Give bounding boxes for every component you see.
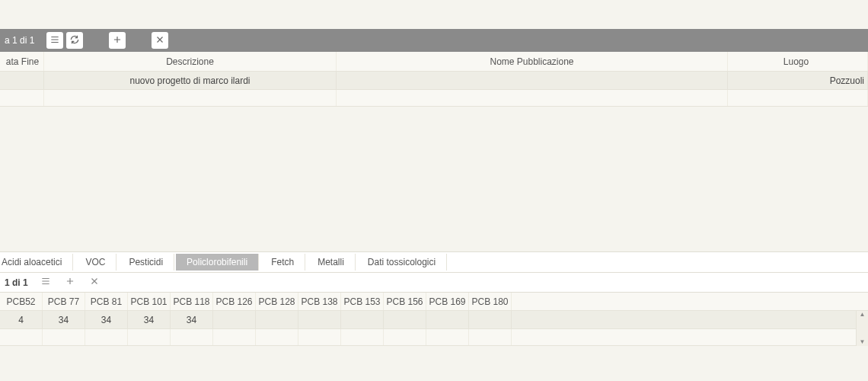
header-pcb81[interactable]: PCB 81 [85,293,128,310]
bottom-blank-area [0,346,868,376]
excel-icon [155,34,165,47]
tabs-bar: Acidi aloacetici VOC Pesticidi Policloro… [0,251,868,273]
header-pcb128[interactable]: PCB 128 [256,293,298,310]
cell-pcb169 [426,311,469,328]
cell-luogo: Pozzuoli [728,72,868,89]
cell-pcb138 [298,311,341,328]
lower-table-header: PCB52 PCB 77 PCB 81 PCB 101 PCB 118 PCB … [0,293,868,311]
header-pcb180[interactable]: PCB 180 [469,293,512,310]
header-pcb118[interactable]: PCB 118 [171,293,213,310]
tab-pesticidi[interactable]: Pesticidi [118,254,174,271]
list-icon [49,34,60,47]
header-pcb101[interactable]: PCB 101 [128,293,171,310]
header-nome-pubblicazione[interactable]: Nome Pubblicazione [337,52,728,71]
tab-dati-tossicologici[interactable]: Dati tossicologici [357,254,447,271]
lower-table-blank-row [0,329,868,346]
header-pcb77[interactable]: PCB 77 [43,293,85,310]
cell-pcb156 [384,311,426,328]
cell-pcb153 [341,311,384,328]
cell-pcb128 [256,311,298,328]
tab-metalli[interactable]: Metalli [307,254,356,271]
header-descrizione[interactable]: Descrizione [44,52,337,71]
add-button[interactable] [109,32,126,49]
upper-table-blank-row [0,90,868,107]
tab-voc[interactable]: VOC [75,254,116,271]
header-pcb52[interactable]: PCB52 [0,293,43,310]
plus-icon [65,276,75,289]
lower-table-scrollbar[interactable]: ▲ ▼ [856,311,868,346]
header-data-fine[interactable]: ata Fine [0,52,44,71]
cell-pcb180 [469,311,512,328]
scroll-down-icon[interactable]: ▼ [860,338,866,346]
upper-toolbar: a 1 di 1 [0,29,868,52]
header-pcb156[interactable]: PCB 156 [384,293,426,310]
lower-table: PCB52 PCB 77 PCB 81 PCB 101 PCB 118 PCB … [0,293,868,346]
cell-pcb126 [213,311,256,328]
header-luogo[interactable]: Luogo [728,52,868,71]
lower-export-excel-button[interactable] [88,276,101,290]
header-pcb138[interactable]: PCB 138 [298,293,341,310]
lower-table-row[interactable]: 4 34 34 34 34 [0,311,868,329]
upper-table-row[interactable]: nuovo progetto di marco ilardi Pozzuoli [0,72,868,90]
scroll-up-icon[interactable]: ▲ [860,311,866,319]
lower-pager-text: 1 di 1 [5,277,28,288]
upper-pager-text: a 1 di 1 [5,35,34,46]
plus-icon [112,34,123,47]
header-pcb126[interactable]: PCB 126 [213,293,256,310]
cell-pcb101: 34 [128,311,171,328]
lower-list-button[interactable] [39,276,53,290]
header-pcb169[interactable]: PCB 169 [426,293,469,310]
cell-pcb81: 34 [85,311,128,328]
lower-toolbar: 1 di 1 [0,273,868,293]
tab-acidi-aloacetici[interactable]: Acidi aloacetici [2,254,73,271]
cell-pcb52: 4 [0,311,43,328]
upper-toolbar-group-1 [46,32,83,49]
cell-nome-pubblicazione [337,72,728,89]
refresh-button[interactable] [66,32,83,49]
list-button[interactable] [46,32,63,49]
list-icon [40,276,51,289]
tab-policlorobifenili[interactable]: Policlorobifenili [176,254,259,271]
export-excel-button[interactable] [152,32,168,49]
middle-blank-area [0,107,868,251]
cell-data-fine [0,72,44,89]
excel-icon [89,276,100,289]
lower-add-button[interactable] [63,276,77,290]
tab-fetch[interactable]: Fetch [260,254,305,271]
refresh-icon [69,34,80,47]
upper-table-header: ata Fine Descrizione Nome Pubblicazione … [0,52,868,72]
cell-descrizione: nuovo progetto di marco ilardi [44,72,337,89]
cell-pcb118: 34 [171,311,213,328]
cell-pcb77: 34 [43,311,85,328]
header-pcb153[interactable]: PCB 153 [341,293,384,310]
